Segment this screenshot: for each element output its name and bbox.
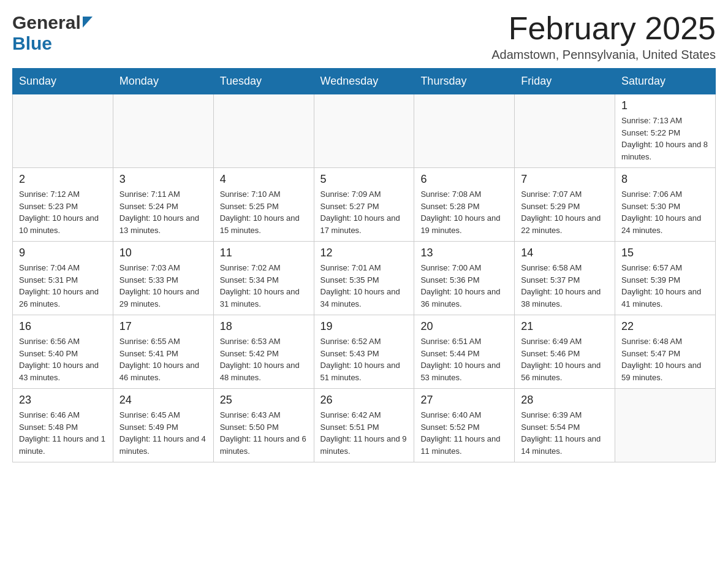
day-info: Sunrise: 7:03 AM Sunset: 5:33 PM Dayligh… bbox=[119, 262, 207, 310]
day-info: Sunrise: 7:06 AM Sunset: 5:30 PM Dayligh… bbox=[621, 188, 709, 236]
day-info: Sunrise: 6:58 AM Sunset: 5:37 PM Dayligh… bbox=[521, 262, 609, 310]
day-of-week-wednesday: Wednesday bbox=[314, 69, 414, 94]
day-of-week-sunday: Sunday bbox=[13, 69, 113, 94]
day-of-week-thursday: Thursday bbox=[414, 69, 515, 94]
day-number: 6 bbox=[420, 173, 508, 186]
calendar-day: 18Sunrise: 6:53 AM Sunset: 5:42 PM Dayli… bbox=[213, 315, 314, 389]
calendar-day: 8Sunrise: 7:06 AM Sunset: 5:30 PM Daylig… bbox=[615, 168, 716, 242]
calendar-day bbox=[113, 94, 213, 168]
month-title: February 2025 bbox=[491, 12, 716, 44]
day-info: Sunrise: 7:10 AM Sunset: 5:25 PM Dayligh… bbox=[220, 188, 308, 236]
day-info: Sunrise: 6:53 AM Sunset: 5:42 PM Dayligh… bbox=[220, 335, 308, 383]
calendar-day: 14Sunrise: 6:58 AM Sunset: 5:37 PM Dayli… bbox=[515, 242, 615, 315]
logo-chevron-icon bbox=[83, 17, 93, 28]
calendar-day: 21Sunrise: 6:49 AM Sunset: 5:46 PM Dayli… bbox=[515, 315, 615, 389]
day-info: Sunrise: 6:48 AM Sunset: 5:47 PM Dayligh… bbox=[621, 335, 709, 383]
calendar-day: 10Sunrise: 7:03 AM Sunset: 5:33 PM Dayli… bbox=[113, 242, 213, 315]
calendar-day: 19Sunrise: 6:52 AM Sunset: 5:43 PM Dayli… bbox=[314, 315, 414, 389]
day-number: 20 bbox=[420, 320, 508, 333]
day-number: 8 bbox=[621, 173, 709, 186]
day-number: 18 bbox=[220, 320, 308, 333]
day-info: Sunrise: 6:49 AM Sunset: 5:46 PM Dayligh… bbox=[521, 335, 609, 383]
day-number: 1 bbox=[621, 99, 709, 112]
day-info: Sunrise: 6:56 AM Sunset: 5:40 PM Dayligh… bbox=[19, 335, 107, 383]
day-info: Sunrise: 7:07 AM Sunset: 5:29 PM Dayligh… bbox=[521, 188, 609, 236]
day-info: Sunrise: 6:40 AM Sunset: 5:52 PM Dayligh… bbox=[420, 409, 508, 457]
calendar-day: 23Sunrise: 6:46 AM Sunset: 5:48 PM Dayli… bbox=[13, 389, 113, 462]
day-number: 23 bbox=[19, 394, 107, 407]
day-number: 3 bbox=[119, 173, 207, 186]
calendar-table: SundayMondayTuesdayWednesdayThursdayFrid… bbox=[12, 68, 716, 462]
calendar-day: 6Sunrise: 7:08 AM Sunset: 5:28 PM Daylig… bbox=[414, 168, 515, 242]
calendar-day: 28Sunrise: 6:39 AM Sunset: 5:54 PM Dayli… bbox=[515, 389, 615, 462]
day-info: Sunrise: 7:12 AM Sunset: 5:23 PM Dayligh… bbox=[19, 188, 107, 236]
calendar-day bbox=[615, 389, 716, 462]
logo-general-text: General bbox=[12, 12, 81, 33]
day-number: 17 bbox=[119, 320, 207, 333]
calendar-day: 11Sunrise: 7:02 AM Sunset: 5:34 PM Dayli… bbox=[213, 242, 314, 315]
calendar-day: 3Sunrise: 7:11 AM Sunset: 5:24 PM Daylig… bbox=[113, 168, 213, 242]
day-of-week-friday: Friday bbox=[515, 69, 615, 94]
logo-blue-text: Blue bbox=[12, 33, 52, 54]
calendar-day: 24Sunrise: 6:45 AM Sunset: 5:49 PM Dayli… bbox=[113, 389, 213, 462]
day-number: 16 bbox=[19, 320, 107, 333]
calendar-day: 9Sunrise: 7:04 AM Sunset: 5:31 PM Daylig… bbox=[13, 242, 113, 315]
week-row: 1Sunrise: 7:13 AM Sunset: 5:22 PM Daylig… bbox=[13, 94, 716, 168]
page-header: General Blue February 2025 Adamstown, Pe… bbox=[12, 12, 716, 62]
week-row: 2Sunrise: 7:12 AM Sunset: 5:23 PM Daylig… bbox=[13, 168, 716, 242]
day-info: Sunrise: 7:13 AM Sunset: 5:22 PM Dayligh… bbox=[621, 115, 709, 163]
day-number: 11 bbox=[220, 247, 308, 259]
calendar-day: 15Sunrise: 6:57 AM Sunset: 5:39 PM Dayli… bbox=[615, 242, 716, 315]
calendar-day: 27Sunrise: 6:40 AM Sunset: 5:52 PM Dayli… bbox=[414, 389, 515, 462]
day-info: Sunrise: 7:11 AM Sunset: 5:24 PM Dayligh… bbox=[119, 188, 207, 236]
day-number: 24 bbox=[119, 394, 207, 407]
calendar-day: 26Sunrise: 6:42 AM Sunset: 5:51 PM Dayli… bbox=[314, 389, 414, 462]
calendar-day: 13Sunrise: 7:00 AM Sunset: 5:36 PM Dayli… bbox=[414, 242, 515, 315]
day-of-week-monday: Monday bbox=[113, 69, 213, 94]
day-of-week-saturday: Saturday bbox=[615, 69, 716, 94]
calendar-day bbox=[515, 94, 615, 168]
day-number: 27 bbox=[420, 394, 508, 407]
day-number: 25 bbox=[220, 394, 308, 407]
day-number: 10 bbox=[119, 247, 207, 259]
title-section: February 2025 Adamstown, Pennsylvania, U… bbox=[491, 12, 716, 62]
day-info: Sunrise: 6:42 AM Sunset: 5:51 PM Dayligh… bbox=[320, 409, 408, 457]
day-info: Sunrise: 7:08 AM Sunset: 5:28 PM Dayligh… bbox=[420, 188, 508, 236]
day-info: Sunrise: 6:51 AM Sunset: 5:44 PM Dayligh… bbox=[420, 335, 508, 383]
day-number: 14 bbox=[521, 247, 609, 259]
week-row: 16Sunrise: 6:56 AM Sunset: 5:40 PM Dayli… bbox=[13, 315, 716, 389]
day-info: Sunrise: 7:04 AM Sunset: 5:31 PM Dayligh… bbox=[19, 262, 107, 310]
logo: General Blue bbox=[12, 12, 93, 54]
days-of-week-row: SundayMondayTuesdayWednesdayThursdayFrid… bbox=[13, 69, 716, 94]
day-info: Sunrise: 6:52 AM Sunset: 5:43 PM Dayligh… bbox=[320, 335, 408, 383]
calendar-day: 5Sunrise: 7:09 AM Sunset: 5:27 PM Daylig… bbox=[314, 168, 414, 242]
calendar-day: 17Sunrise: 6:55 AM Sunset: 5:41 PM Dayli… bbox=[113, 315, 213, 389]
day-number: 4 bbox=[220, 173, 308, 186]
calendar-day bbox=[213, 94, 314, 168]
calendar-day: 4Sunrise: 7:10 AM Sunset: 5:25 PM Daylig… bbox=[213, 168, 314, 242]
day-number: 26 bbox=[320, 394, 408, 407]
day-number: 13 bbox=[420, 247, 508, 259]
day-number: 19 bbox=[320, 320, 408, 333]
day-info: Sunrise: 7:01 AM Sunset: 5:35 PM Dayligh… bbox=[320, 262, 408, 310]
day-info: Sunrise: 7:00 AM Sunset: 5:36 PM Dayligh… bbox=[420, 262, 508, 310]
day-number: 5 bbox=[320, 173, 408, 186]
day-number: 22 bbox=[621, 320, 709, 333]
day-number: 15 bbox=[621, 247, 709, 259]
calendar-day bbox=[13, 94, 113, 168]
calendar-day: 20Sunrise: 6:51 AM Sunset: 5:44 PM Dayli… bbox=[414, 315, 515, 389]
calendar-day: 16Sunrise: 6:56 AM Sunset: 5:40 PM Dayli… bbox=[13, 315, 113, 389]
day-number: 2 bbox=[19, 173, 107, 186]
calendar-day: 1Sunrise: 7:13 AM Sunset: 5:22 PM Daylig… bbox=[615, 94, 716, 168]
calendar-header: SundayMondayTuesdayWednesdayThursdayFrid… bbox=[13, 69, 716, 94]
day-info: Sunrise: 6:55 AM Sunset: 5:41 PM Dayligh… bbox=[119, 335, 207, 383]
week-row: 9Sunrise: 7:04 AM Sunset: 5:31 PM Daylig… bbox=[13, 242, 716, 315]
calendar-day: 25Sunrise: 6:43 AM Sunset: 5:50 PM Dayli… bbox=[213, 389, 314, 462]
calendar-day: 12Sunrise: 7:01 AM Sunset: 5:35 PM Dayli… bbox=[314, 242, 414, 315]
calendar-day: 2Sunrise: 7:12 AM Sunset: 5:23 PM Daylig… bbox=[13, 168, 113, 242]
day-number: 28 bbox=[521, 394, 609, 407]
day-number: 7 bbox=[521, 173, 609, 186]
calendar-day bbox=[414, 94, 515, 168]
day-of-week-tuesday: Tuesday bbox=[213, 69, 314, 94]
day-info: Sunrise: 7:09 AM Sunset: 5:27 PM Dayligh… bbox=[320, 188, 408, 236]
